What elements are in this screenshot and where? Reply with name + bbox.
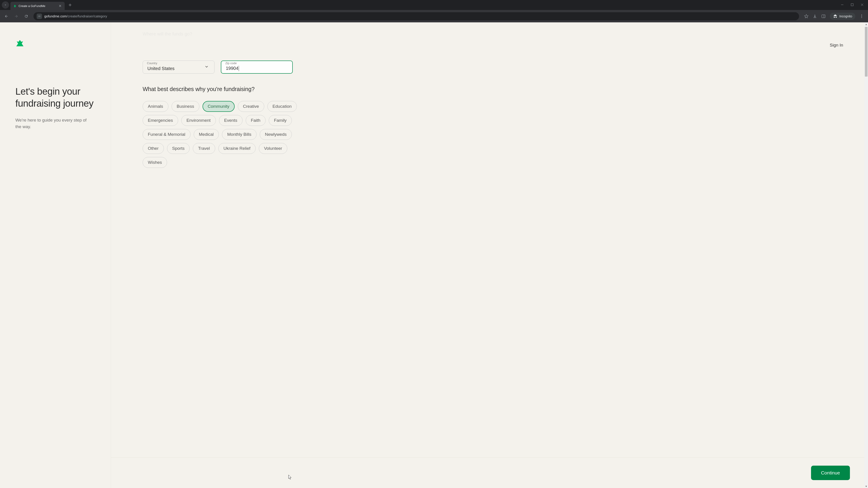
category-chip-faith[interactable]: Faith [246,115,266,126]
maximize-button[interactable] [850,3,855,7]
left-panel: Let's begin your fundraising journey We'… [0,22,111,488]
category-chips: AnimalsBusinessCommunityCreativeEducatio… [143,101,305,168]
category-chip-business[interactable]: Business [172,101,199,112]
svg-point-4 [861,17,862,18]
category-chip-environment[interactable]: Environment [181,115,216,126]
browser-chrome: Create a GoFundMe gofundme.com/create/fu… [0,0,868,22]
zip-input: 19904 [226,66,288,71]
page-subhead: We're here to guide you every step of th… [16,117,92,130]
tab-search-button[interactable] [2,1,9,8]
category-chip-other[interactable]: Other [143,143,164,154]
new-tab-button[interactable] [67,2,73,8]
cursor-icon [287,475,292,480]
svg-point-3 [861,16,862,17]
page-content: Let's begin your fundraising journey We'… [0,22,868,488]
scrollbar[interactable]: ▲ ▼ [864,22,868,488]
downloads-icon[interactable] [813,14,817,19]
tab-title: Create a GoFundMe [19,4,57,8]
svg-rect-0 [851,4,853,6]
scroll-down-arrow-icon[interactable]: ▼ [864,484,868,488]
footer-bar: Continue [111,457,868,488]
back-button[interactable] [2,12,10,20]
tab-bar: Create a GoFundMe [0,0,868,10]
svg-rect-1 [822,15,825,18]
chevron-down-icon [204,64,209,70]
category-chip-family[interactable]: Family [269,115,292,126]
forward-button[interactable] [12,12,20,20]
gofundme-logo-icon[interactable] [16,40,95,47]
side-panel-icon[interactable] [821,14,826,19]
window-controls [840,3,868,7]
right-panel: Sign In Where will the funds go? Country… [111,22,868,488]
svg-point-2 [861,14,862,15]
text-cursor [239,66,239,71]
category-chip-emergencies[interactable]: Emergencies [143,115,178,126]
country-field[interactable]: Country United States [143,61,215,74]
category-chip-funeral-memorial[interactable]: Funeral & Memorial [143,129,191,140]
continue-button[interactable]: Continue [811,466,850,480]
category-chip-education[interactable]: Education [268,101,297,112]
category-chip-creative[interactable]: Creative [238,101,264,112]
country-label: Country [147,61,157,65]
address-bar[interactable]: gofundme.com/create/fundraiser/category [33,12,799,20]
scroll-up-arrow-icon[interactable]: ▲ [864,22,868,26]
page-headline: Let's begin your fundraising journey [16,86,95,109]
form-area: Where will the funds go? Country United … [111,22,868,177]
category-chip-volunteer[interactable]: Volunteer [259,143,287,154]
gofundme-favicon-icon [13,4,17,8]
category-chip-events[interactable]: Events [219,115,243,126]
reload-button[interactable] [22,12,30,20]
category-question: What best describes why you're fundraisi… [143,86,836,92]
category-chip-monthly-bills[interactable]: Monthly Bills [222,129,256,140]
close-window-button[interactable] [860,3,864,7]
url-text: gofundme.com/create/fundraiser/category [44,14,107,18]
category-chip-sports[interactable]: Sports [167,143,190,154]
zip-label: Zip code [225,61,237,65]
category-chip-medical[interactable]: Medical [194,129,219,140]
category-chip-animals[interactable]: Animals [143,101,168,112]
scrollbar-thumb[interactable] [865,27,868,76]
menu-icon[interactable] [860,14,864,19]
site-info-button[interactable] [37,13,42,19]
category-chip-community[interactable]: Community [203,101,235,112]
previous-question: Where will the funds go? [143,31,836,37]
category-chip-wishes[interactable]: Wishes [143,157,167,168]
incognito-badge[interactable]: Incognito [830,13,855,20]
bookmark-icon[interactable] [804,14,809,19]
country-value: United States [147,66,210,71]
close-tab-button[interactable] [58,4,62,8]
category-chip-ukraine-relief[interactable]: Ukraine Relief [218,143,256,154]
category-chip-travel[interactable]: Travel [193,143,215,154]
minimize-button[interactable] [840,3,844,7]
category-chip-newlyweds[interactable]: Newlyweds [260,129,292,140]
zip-field[interactable]: Zip code 19904 [221,61,293,74]
browser-tab[interactable]: Create a GoFundMe [10,2,65,10]
browser-toolbar: gofundme.com/create/fundraiser/category … [0,10,868,22]
